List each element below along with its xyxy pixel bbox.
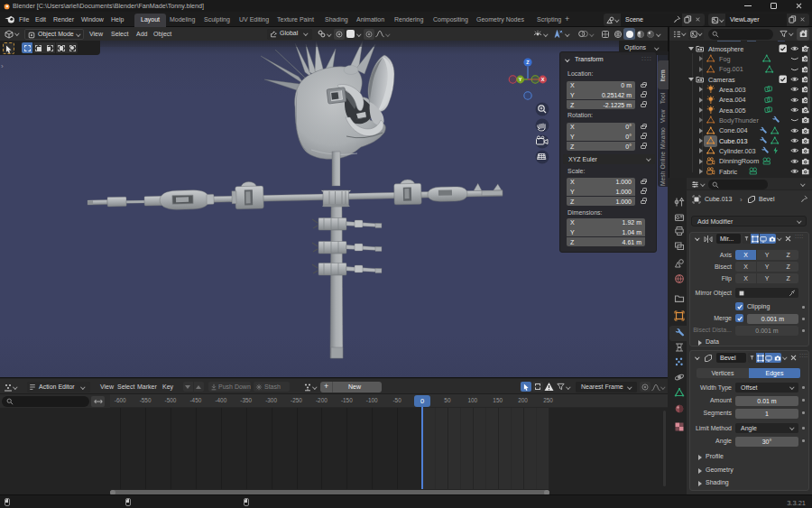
svg-text:X: X xyxy=(541,77,545,82)
svg-text:Y: Y xyxy=(519,77,522,82)
